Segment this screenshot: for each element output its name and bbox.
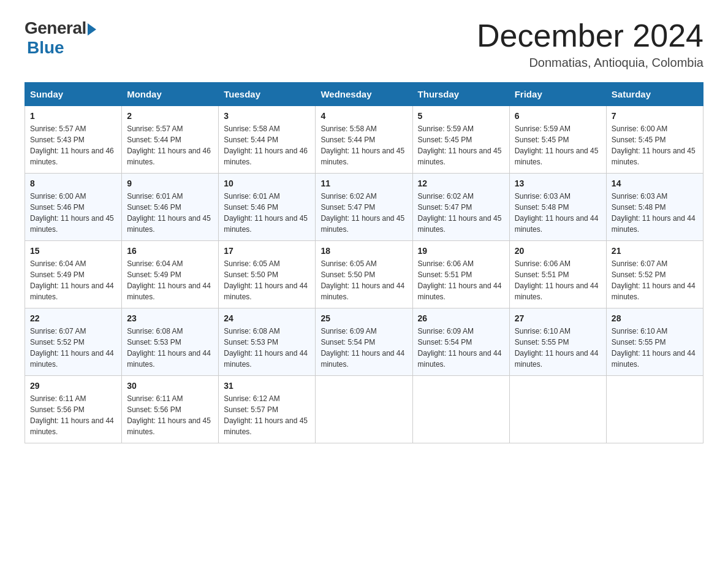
table-row bbox=[606, 376, 703, 443]
day-info: Sunrise: 6:03 AM Sunset: 5:48 PM Dayligh… bbox=[612, 191, 698, 235]
calendar-week-row: 15 Sunrise: 6:04 AM Sunset: 5:49 PM Dayl… bbox=[25, 241, 703, 308]
logo-arrow-icon bbox=[88, 23, 96, 36]
day-number: 26 bbox=[418, 313, 504, 323]
day-number: 6 bbox=[515, 111, 601, 121]
calendar-table: Sunday Monday Tuesday Wednesday Thursday… bbox=[25, 82, 703, 443]
day-number: 13 bbox=[515, 178, 601, 188]
day-info: Sunrise: 6:06 AM Sunset: 5:51 PM Dayligh… bbox=[515, 258, 601, 302]
day-number: 12 bbox=[418, 178, 504, 188]
calendar-week-row: 29 Sunrise: 6:11 AM Sunset: 5:56 PM Dayl… bbox=[25, 376, 703, 443]
table-row: 10 Sunrise: 6:01 AM Sunset: 5:46 PM Dayl… bbox=[219, 174, 316, 241]
day-info: Sunrise: 6:06 AM Sunset: 5:51 PM Dayligh… bbox=[418, 258, 504, 302]
day-number: 17 bbox=[224, 246, 310, 256]
day-info: Sunrise: 6:01 AM Sunset: 5:46 PM Dayligh… bbox=[127, 191, 213, 235]
logo-general-text: General bbox=[25, 18, 86, 38]
calendar-header-row: Sunday Monday Tuesday Wednesday Thursday… bbox=[25, 83, 703, 106]
table-row: 20 Sunrise: 6:06 AM Sunset: 5:51 PM Dayl… bbox=[509, 241, 606, 308]
table-row bbox=[412, 376, 509, 443]
month-title: December 2024 bbox=[477, 18, 703, 53]
day-number: 8 bbox=[30, 178, 116, 188]
table-row: 21 Sunrise: 6:07 AM Sunset: 5:52 PM Dayl… bbox=[606, 241, 703, 308]
table-row: 23 Sunrise: 6:08 AM Sunset: 5:53 PM Dayl… bbox=[122, 308, 219, 376]
day-info: Sunrise: 6:11 AM Sunset: 5:56 PM Dayligh… bbox=[30, 393, 116, 437]
col-monday: Monday bbox=[122, 83, 219, 106]
day-number: 1 bbox=[30, 111, 116, 121]
day-info: Sunrise: 5:58 AM Sunset: 5:44 PM Dayligh… bbox=[320, 123, 407, 167]
day-info: Sunrise: 6:00 AM Sunset: 5:45 PM Dayligh… bbox=[612, 123, 698, 167]
table-row: 26 Sunrise: 6:09 AM Sunset: 5:54 PM Dayl… bbox=[412, 308, 509, 376]
day-info: Sunrise: 6:02 AM Sunset: 5:47 PM Dayligh… bbox=[320, 191, 407, 235]
day-number: 22 bbox=[30, 313, 116, 323]
day-info: Sunrise: 6:10 AM Sunset: 5:55 PM Dayligh… bbox=[612, 326, 698, 370]
table-row: 30 Sunrise: 6:11 AM Sunset: 5:56 PM Dayl… bbox=[122, 376, 219, 443]
table-row: 3 Sunrise: 5:58 AM Sunset: 5:44 PM Dayli… bbox=[219, 106, 316, 174]
day-info: Sunrise: 6:07 AM Sunset: 5:52 PM Dayligh… bbox=[612, 258, 698, 302]
day-info: Sunrise: 6:02 AM Sunset: 5:47 PM Dayligh… bbox=[418, 191, 504, 235]
table-row: 14 Sunrise: 6:03 AM Sunset: 5:48 PM Dayl… bbox=[606, 174, 703, 241]
day-number: 5 bbox=[418, 111, 504, 121]
col-thursday: Thursday bbox=[412, 83, 509, 106]
col-wednesday: Wednesday bbox=[316, 83, 412, 106]
day-info: Sunrise: 5:57 AM Sunset: 5:43 PM Dayligh… bbox=[30, 123, 116, 167]
day-number: 29 bbox=[30, 381, 116, 391]
day-info: Sunrise: 6:05 AM Sunset: 5:50 PM Dayligh… bbox=[320, 258, 407, 302]
table-row: 1 Sunrise: 5:57 AM Sunset: 5:43 PM Dayli… bbox=[25, 106, 122, 174]
table-row: 16 Sunrise: 6:04 AM Sunset: 5:49 PM Dayl… bbox=[122, 241, 219, 308]
day-info: Sunrise: 6:08 AM Sunset: 5:53 PM Dayligh… bbox=[224, 326, 310, 370]
day-number: 4 bbox=[320, 111, 407, 121]
day-number: 28 bbox=[612, 313, 698, 323]
day-info: Sunrise: 5:59 AM Sunset: 5:45 PM Dayligh… bbox=[515, 123, 601, 167]
day-info: Sunrise: 6:09 AM Sunset: 5:54 PM Dayligh… bbox=[320, 326, 407, 370]
day-number: 20 bbox=[515, 246, 601, 256]
table-row: 2 Sunrise: 5:57 AM Sunset: 5:44 PM Dayli… bbox=[122, 106, 219, 174]
table-row: 17 Sunrise: 6:05 AM Sunset: 5:50 PM Dayl… bbox=[219, 241, 316, 308]
title-block: December 2024 Donmatias, Antioquia, Colo… bbox=[477, 18, 703, 70]
day-number: 23 bbox=[127, 313, 213, 323]
table-row: 18 Sunrise: 6:05 AM Sunset: 5:50 PM Dayl… bbox=[316, 241, 412, 308]
day-info: Sunrise: 6:07 AM Sunset: 5:52 PM Dayligh… bbox=[30, 326, 116, 370]
table-row: 22 Sunrise: 6:07 AM Sunset: 5:52 PM Dayl… bbox=[25, 308, 122, 376]
day-info: Sunrise: 6:09 AM Sunset: 5:54 PM Dayligh… bbox=[418, 326, 504, 370]
table-row: 27 Sunrise: 6:10 AM Sunset: 5:55 PM Dayl… bbox=[509, 308, 606, 376]
day-info: Sunrise: 6:04 AM Sunset: 5:49 PM Dayligh… bbox=[30, 258, 116, 302]
table-row: 25 Sunrise: 6:09 AM Sunset: 5:54 PM Dayl… bbox=[316, 308, 412, 376]
day-number: 7 bbox=[612, 111, 698, 121]
calendar-week-row: 8 Sunrise: 6:00 AM Sunset: 5:46 PM Dayli… bbox=[25, 174, 703, 241]
day-info: Sunrise: 5:59 AM Sunset: 5:45 PM Dayligh… bbox=[418, 123, 504, 167]
day-number: 2 bbox=[127, 111, 213, 121]
page-header: General Blue December 2024 Donmatias, An… bbox=[25, 18, 703, 70]
day-number: 16 bbox=[127, 246, 213, 256]
day-info: Sunrise: 6:01 AM Sunset: 5:46 PM Dayligh… bbox=[224, 191, 310, 235]
day-info: Sunrise: 6:08 AM Sunset: 5:53 PM Dayligh… bbox=[127, 326, 213, 370]
day-number: 9 bbox=[127, 178, 213, 188]
day-info: Sunrise: 6:04 AM Sunset: 5:49 PM Dayligh… bbox=[127, 258, 213, 302]
table-row bbox=[509, 376, 606, 443]
table-row bbox=[316, 376, 412, 443]
table-row: 9 Sunrise: 6:01 AM Sunset: 5:46 PM Dayli… bbox=[122, 174, 219, 241]
day-info: Sunrise: 6:05 AM Sunset: 5:50 PM Dayligh… bbox=[224, 258, 310, 302]
day-number: 21 bbox=[612, 246, 698, 256]
day-number: 31 bbox=[224, 381, 310, 391]
day-number: 18 bbox=[320, 246, 407, 256]
calendar-week-row: 1 Sunrise: 5:57 AM Sunset: 5:43 PM Dayli… bbox=[25, 106, 703, 174]
col-sunday: Sunday bbox=[25, 83, 122, 106]
day-number: 27 bbox=[515, 313, 601, 323]
day-number: 30 bbox=[127, 381, 213, 391]
table-row: 28 Sunrise: 6:10 AM Sunset: 5:55 PM Dayl… bbox=[606, 308, 703, 376]
location-text: Donmatias, Antioquia, Colombia bbox=[477, 56, 703, 70]
table-row: 8 Sunrise: 6:00 AM Sunset: 5:46 PM Dayli… bbox=[25, 174, 122, 241]
day-number: 19 bbox=[418, 246, 504, 256]
day-number: 11 bbox=[320, 178, 407, 188]
day-number: 24 bbox=[224, 313, 310, 323]
logo: General Blue bbox=[25, 18, 96, 58]
table-row: 15 Sunrise: 6:04 AM Sunset: 5:49 PM Dayl… bbox=[25, 241, 122, 308]
col-friday: Friday bbox=[509, 83, 606, 106]
table-row: 11 Sunrise: 6:02 AM Sunset: 5:47 PM Dayl… bbox=[316, 174, 412, 241]
day-number: 25 bbox=[320, 313, 407, 323]
day-info: Sunrise: 6:00 AM Sunset: 5:46 PM Dayligh… bbox=[30, 191, 116, 235]
calendar-week-row: 22 Sunrise: 6:07 AM Sunset: 5:52 PM Dayl… bbox=[25, 308, 703, 376]
col-tuesday: Tuesday bbox=[219, 83, 316, 106]
logo-blue-text: Blue bbox=[27, 38, 64, 58]
day-info: Sunrise: 5:58 AM Sunset: 5:44 PM Dayligh… bbox=[224, 123, 310, 167]
table-row: 5 Sunrise: 5:59 AM Sunset: 5:45 PM Dayli… bbox=[412, 106, 509, 174]
